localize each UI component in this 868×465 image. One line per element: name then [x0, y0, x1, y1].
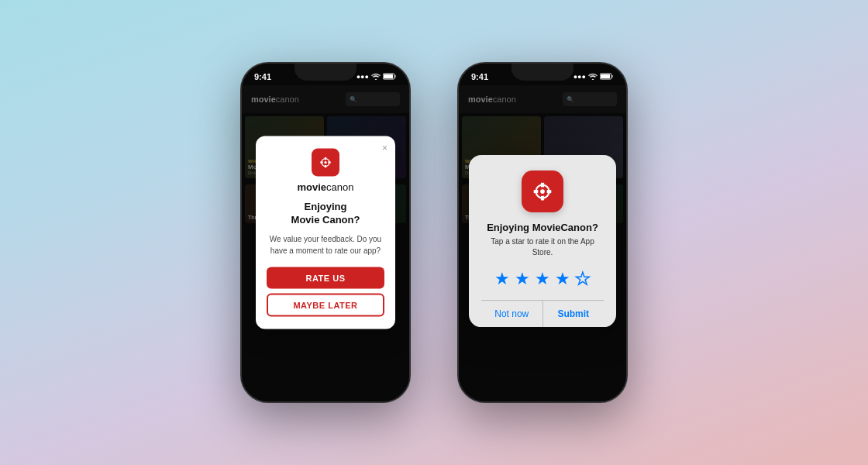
modal-logo-icon — [312, 149, 339, 177]
battery-icon — [383, 73, 397, 81]
status-time-1: 9:41 — [254, 72, 271, 81]
svg-rect-8 — [325, 157, 327, 160]
signal-icon: ●●● — [356, 73, 369, 81]
svg-rect-16 — [534, 190, 539, 193]
submit-button[interactable]: Submit — [543, 301, 604, 327]
ios-app-icon — [522, 170, 563, 212]
svg-rect-18 — [541, 183, 544, 188]
star-3[interactable]: ★ — [535, 269, 550, 289]
phone-1: 9:41 ●●● moviecanon — [240, 62, 411, 403]
phone-notch — [294, 64, 356, 81]
svg-rect-6 — [320, 161, 322, 164]
star-5[interactable]: ★ — [575, 269, 591, 289]
svg-rect-12 — [612, 75, 614, 78]
ios-title: Enjoying MovieCanon? — [481, 222, 604, 233]
not-now-button[interactable]: Not now — [481, 301, 542, 327]
status-icons-2: ●●● — [574, 73, 614, 81]
ios-stars[interactable]: ★ ★ ★ ★ ★ — [481, 269, 604, 289]
ios-subtitle: Tap a star to rate it on the App Store. — [481, 236, 604, 258]
modal-custom: × moviecanon EnjoyingMovie Canon? We val… — [256, 136, 395, 329]
svg-rect-19 — [541, 196, 544, 201]
battery-icon-2 — [600, 73, 614, 81]
star-2[interactable]: ★ — [515, 269, 530, 289]
wifi-icon — [371, 73, 381, 81]
ios-buttons: Not now Submit — [481, 300, 604, 327]
svg-point-5 — [324, 161, 326, 164]
modal-body: We value your feedback. Do you have a mo… — [267, 232, 384, 256]
svg-rect-2 — [395, 75, 397, 78]
svg-rect-1 — [384, 74, 393, 78]
modal-ios: Enjoying MovieCanon? Tap a star to rate … — [469, 155, 616, 327]
signal-icon-2: ●●● — [574, 73, 586, 81]
svg-rect-7 — [328, 161, 330, 164]
svg-point-15 — [540, 189, 545, 194]
phone-2: 9:41 ●●● moviecanon — [457, 62, 628, 403]
modal-title: EnjoyingMovie Canon? — [267, 201, 384, 227]
modal-logo-bold: movie — [298, 181, 327, 193]
svg-rect-17 — [547, 190, 552, 193]
star-1[interactable]: ★ — [494, 269, 510, 289]
svg-rect-11 — [601, 74, 610, 78]
wifi-icon-2 — [588, 73, 598, 81]
status-icons-1: ●●● — [356, 73, 397, 81]
svg-rect-9 — [325, 165, 327, 167]
star-4[interactable]: ★ — [555, 269, 570, 289]
modal-close-button[interactable]: × — [382, 143, 388, 153]
phone-notch-2 — [512, 64, 574, 81]
modal-logo-text: moviecanon — [298, 181, 354, 193]
status-time-2: 9:41 — [471, 72, 488, 81]
modal-logo-light: canon — [326, 181, 353, 193]
maybe-later-button[interactable]: MAYBE LATER — [267, 293, 384, 316]
rate-us-button[interactable]: RATE US — [267, 267, 384, 288]
modal-logo-container: moviecanon — [267, 149, 384, 193]
